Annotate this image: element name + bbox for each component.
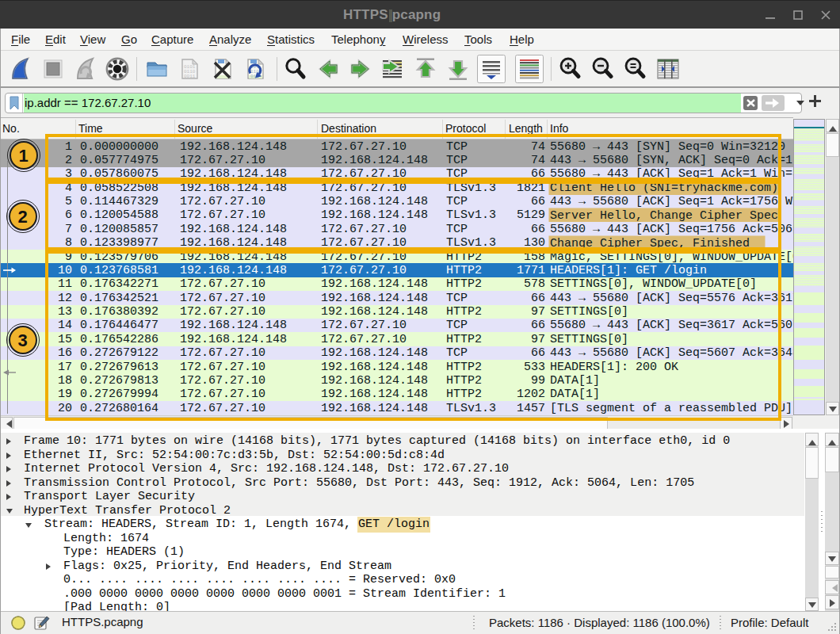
svg-text:0011: 0011 — [184, 74, 196, 79]
